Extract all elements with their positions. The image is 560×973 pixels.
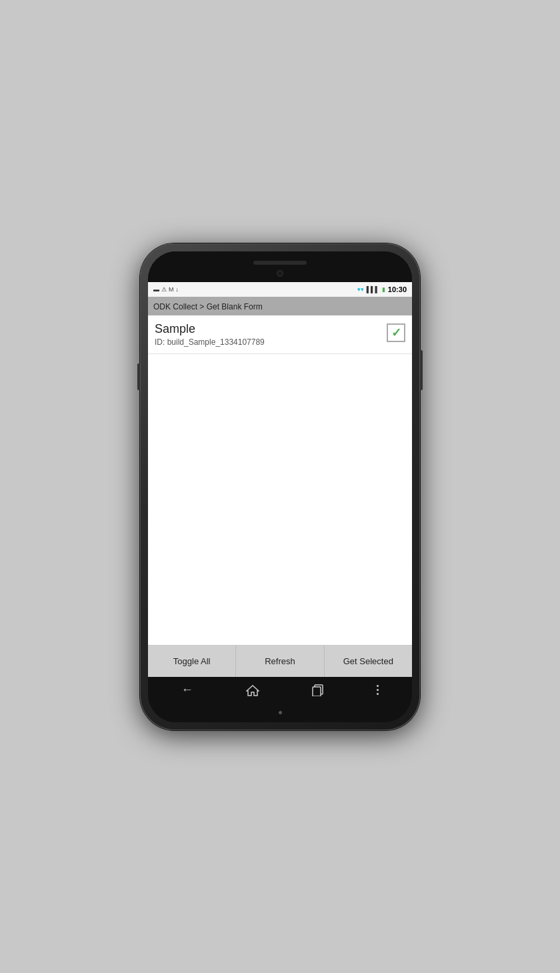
signal-icon: ▌▌▌ xyxy=(367,286,379,293)
recent-apps-button[interactable] xyxy=(309,682,327,699)
status-icons-right: ▾▾ ▌▌▌ ▮ 10:30 xyxy=(357,285,407,293)
toggle-all-button[interactable]: Toggle All xyxy=(148,646,236,677)
app-nav-bar: ODK Collect > Get Blank Form xyxy=(148,297,412,315)
recent-apps-icon xyxy=(312,684,324,696)
get-selected-button[interactable]: Get Selected xyxy=(325,646,412,677)
home-nav-button[interactable] xyxy=(243,682,262,699)
front-camera xyxy=(277,270,283,277)
power-button[interactable] xyxy=(420,350,423,390)
android-nav-bar: ← xyxy=(148,677,412,704)
form-checkbox[interactable]: ✓ xyxy=(387,323,405,342)
phone-device: ▬ ⚠ M ↓ ▾▾ ▌▌▌ ▮ 10:30 ODK Collect > Get… xyxy=(140,243,420,730)
svg-rect-2 xyxy=(313,687,321,696)
speaker-grille xyxy=(253,261,307,265)
more-dots-icon xyxy=(377,685,379,695)
empty-list-area xyxy=(148,354,412,644)
form-item-text: Sample ID: build_Sample_1334107789 xyxy=(155,322,387,347)
battery-icon: ▮ xyxy=(382,286,385,293)
svg-marker-0 xyxy=(247,686,259,696)
notification-dot xyxy=(279,711,282,714)
check-mark-icon: ✓ xyxy=(391,325,401,340)
camera-row xyxy=(277,270,283,277)
notification-icon: ▬ xyxy=(153,286,159,293)
form-list-item[interactable]: Sample ID: build_Sample_1334107789 ✓ xyxy=(148,315,412,355)
form-id: ID: build_Sample_1334107789 xyxy=(155,337,387,347)
home-icon xyxy=(246,684,259,696)
warning-icon: ⚠ xyxy=(161,286,167,293)
volume-button[interactable] xyxy=(137,363,140,390)
back-nav-button[interactable]: ← xyxy=(179,680,196,700)
gmail-icon: M xyxy=(169,286,174,293)
action-buttons-bar: Toggle All Refresh Get Selected xyxy=(148,645,412,677)
status-time: 10:30 xyxy=(388,285,407,293)
phone-bottom xyxy=(148,704,412,722)
status-icons-left: ▬ ⚠ M ↓ xyxy=(153,286,179,293)
refresh-button[interactable]: Refresh xyxy=(236,646,324,677)
download-icon: ↓ xyxy=(176,286,179,293)
back-arrow-icon: ← xyxy=(181,683,193,697)
wifi-icon: ▾▾ xyxy=(357,286,364,293)
phone-inner: ▬ ⚠ M ↓ ▾▾ ▌▌▌ ▮ 10:30 ODK Collect > Get… xyxy=(148,251,412,722)
form-name: Sample xyxy=(155,322,387,337)
screen: ▬ ⚠ M ↓ ▾▾ ▌▌▌ ▮ 10:30 ODK Collect > Get… xyxy=(148,282,412,677)
content-area: Sample ID: build_Sample_1334107789 ✓ Tog… xyxy=(148,315,412,677)
more-options-button[interactable] xyxy=(374,682,381,698)
phone-top-bar xyxy=(148,251,412,282)
status-bar: ▬ ⚠ M ↓ ▾▾ ▌▌▌ ▮ 10:30 xyxy=(148,282,412,297)
nav-title: ODK Collect > Get Blank Form xyxy=(153,302,263,311)
